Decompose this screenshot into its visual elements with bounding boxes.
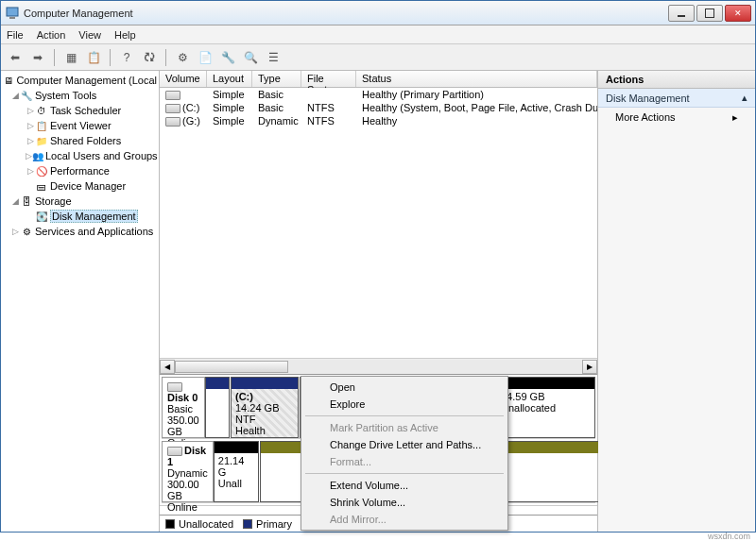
menu-explore[interactable]: Explore bbox=[303, 396, 506, 413]
menu-open[interactable]: Open bbox=[303, 379, 506, 396]
menu-mark-active: Mark Partition as Active bbox=[303, 419, 506, 436]
col-volume[interactable]: Volume bbox=[160, 71, 207, 87]
collapse-icon[interactable]: ◢ bbox=[10, 91, 20, 100]
users-icon: 👥 bbox=[32, 149, 43, 162]
tree-event-viewer[interactable]: ▷📋Event Viewer bbox=[3, 118, 157, 133]
menu-file[interactable]: File bbox=[7, 29, 24, 41]
legend-unallocated-label: Unallocated bbox=[179, 518, 233, 530]
legend-primary-label: Primary bbox=[256, 518, 292, 530]
zoom-button[interactable]: 🔍 bbox=[240, 47, 261, 68]
toolbar: ⬅ ➡ ▦ 📋 ? 🗘 ⚙ 📄 🔧 🔍 ☰ bbox=[1, 44, 755, 71]
partition[interactable] bbox=[205, 377, 230, 438]
maximize-button[interactable] bbox=[696, 5, 723, 22]
svg-rect-0 bbox=[7, 8, 18, 16]
disk-info[interactable]: Disk 0 Basic 350.00 GB Online bbox=[162, 377, 205, 438]
settings-button[interactable]: 🔧 bbox=[217, 47, 238, 68]
close-button[interactable] bbox=[725, 5, 751, 22]
disk-icon bbox=[167, 382, 182, 392]
table-empty-area bbox=[160, 127, 597, 358]
menu-help[interactable]: Help bbox=[114, 29, 136, 41]
table-row[interactable]: (C:) Simple Basic NTFS Healthy (System, … bbox=[160, 101, 597, 114]
tree-root[interactable]: 🖥 Computer Management (Local bbox=[3, 73, 157, 88]
menu-action[interactable]: Action bbox=[37, 29, 66, 41]
context-menu: Open Explore Mark Partition as Active Ch… bbox=[301, 376, 508, 531]
export-button[interactable]: 📄 bbox=[195, 47, 215, 68]
console-tree-button[interactable]: 📋 bbox=[83, 47, 104, 68]
show-hide-tree-button[interactable]: ▦ bbox=[60, 47, 81, 68]
menu-shrink-volume[interactable]: Shrink Volume... bbox=[303, 494, 506, 511]
expand-icon[interactable]: ▷ bbox=[10, 227, 20, 236]
actions-section-disk-management[interactable]: Disk Management ▴ bbox=[598, 89, 755, 108]
col-filesystem[interactable]: File System bbox=[301, 71, 356, 87]
tree-local-users[interactable]: ▷👥Local Users and Groups bbox=[3, 148, 157, 163]
help-button[interactable]: ? bbox=[116, 47, 137, 68]
app-icon bbox=[5, 6, 20, 21]
refresh-button[interactable]: 🗘 bbox=[139, 47, 160, 68]
folder-icon: 📁 bbox=[35, 134, 48, 147]
actions-more-actions[interactable]: More Actions ▸ bbox=[598, 108, 755, 127]
chevron-right-icon: ▸ bbox=[732, 111, 738, 124]
back-button[interactable]: ⬅ bbox=[5, 47, 26, 68]
menu-separator bbox=[305, 473, 504, 474]
partition-unallocated[interactable]: 64.59 GBUnallocated bbox=[496, 377, 595, 438]
menu-extend-volume[interactable]: Extend Volume... bbox=[303, 477, 506, 494]
volume-icon bbox=[165, 104, 180, 113]
menu-view[interactable]: View bbox=[78, 29, 101, 41]
tree-system-tools[interactable]: ◢ 🔧 System Tools bbox=[3, 88, 157, 103]
titlebar[interactable]: Computer Management bbox=[1, 1, 755, 25]
table-row[interactable]: Simple Basic Healthy (Primary Partition) bbox=[160, 88, 597, 101]
expand-icon[interactable]: ▷ bbox=[26, 121, 35, 130]
horizontal-scrollbar[interactable]: ◀ ▶ bbox=[160, 358, 597, 374]
window-title: Computer Management bbox=[24, 8, 668, 19]
col-type[interactable]: Type bbox=[252, 71, 301, 87]
actions-title: Actions bbox=[598, 71, 755, 89]
clock-icon: ⏱ bbox=[35, 104, 48, 117]
col-layout[interactable]: Layout bbox=[207, 71, 252, 87]
disk-info[interactable]: Disk 1 Dynamic 300.00 GB Online bbox=[162, 441, 214, 502]
scroll-track[interactable] bbox=[175, 360, 582, 374]
tree-device-manager[interactable]: 🖴Device Manager bbox=[3, 178, 157, 194]
disk-icon: 💽 bbox=[35, 210, 48, 223]
menu-separator bbox=[305, 415, 504, 416]
chevron-up-icon: ▴ bbox=[742, 92, 747, 104]
minimize-button[interactable] bbox=[668, 5, 695, 22]
scroll-right-button[interactable]: ▶ bbox=[582, 360, 597, 374]
disk-icon bbox=[167, 447, 182, 456]
event-icon: 📋 bbox=[35, 119, 48, 132]
tools-icon: 🔧 bbox=[20, 89, 33, 102]
legend-primary-swatch bbox=[243, 519, 252, 529]
menubar: File Action View Help bbox=[1, 25, 755, 44]
volume-table-header: Volume Layout Type File System Status bbox=[160, 71, 597, 88]
menu-format: Format... bbox=[303, 453, 506, 470]
properties-button[interactable]: ⚙ bbox=[172, 47, 193, 68]
menu-add-mirror: Add Mirror... bbox=[303, 511, 506, 528]
tree-pane[interactable]: 🖥 Computer Management (Local ◢ 🔧 System … bbox=[1, 71, 160, 532]
collapse-icon[interactable]: ◢ bbox=[10, 196, 20, 206]
actions-pane: Actions Disk Management ▴ More Actions ▸ bbox=[598, 71, 755, 532]
tree-performance[interactable]: ▷🚫Performance bbox=[3, 163, 157, 178]
expand-icon[interactable]: ▷ bbox=[26, 166, 35, 176]
expand-icon[interactable]: ▷ bbox=[26, 136, 35, 145]
watermark: wsxdn.com bbox=[708, 532, 750, 541]
expand-icon[interactable]: ▷ bbox=[26, 151, 32, 161]
tree-storage[interactable]: ◢🗄Storage bbox=[3, 194, 157, 209]
partition-unallocated[interactable]: 21.14 GUnall bbox=[214, 441, 259, 502]
volume-table-body: Simple Basic Healthy (Primary Partition)… bbox=[160, 88, 597, 127]
scroll-thumb[interactable] bbox=[175, 361, 288, 373]
list-button[interactable]: ☰ bbox=[263, 47, 284, 68]
col-status[interactable]: Status bbox=[356, 71, 597, 87]
legend-unallocated-swatch bbox=[165, 519, 175, 529]
services-icon: ⚙ bbox=[20, 225, 33, 238]
partition-c[interactable]: (C:)14.24 GB NTFHealth bbox=[231, 377, 299, 438]
tree-disk-management[interactable]: 💽Disk Management bbox=[3, 209, 157, 224]
storage-icon: 🗄 bbox=[20, 194, 33, 208]
tree-task-scheduler[interactable]: ▷⏱Task Scheduler bbox=[3, 103, 157, 118]
window-buttons bbox=[668, 5, 751, 22]
scroll-left-button[interactable]: ◀ bbox=[160, 360, 175, 374]
tree-shared-folders[interactable]: ▷📁Shared Folders bbox=[3, 133, 157, 148]
tree-services[interactable]: ▷⚙Services and Applications bbox=[3, 224, 157, 239]
expand-icon[interactable]: ▷ bbox=[26, 106, 35, 115]
forward-button[interactable]: ➡ bbox=[27, 47, 48, 68]
table-row[interactable]: (G:) Simple Dynamic NTFS Healthy bbox=[160, 114, 597, 127]
menu-change-drive-letter[interactable]: Change Drive Letter and Paths... bbox=[303, 436, 506, 453]
